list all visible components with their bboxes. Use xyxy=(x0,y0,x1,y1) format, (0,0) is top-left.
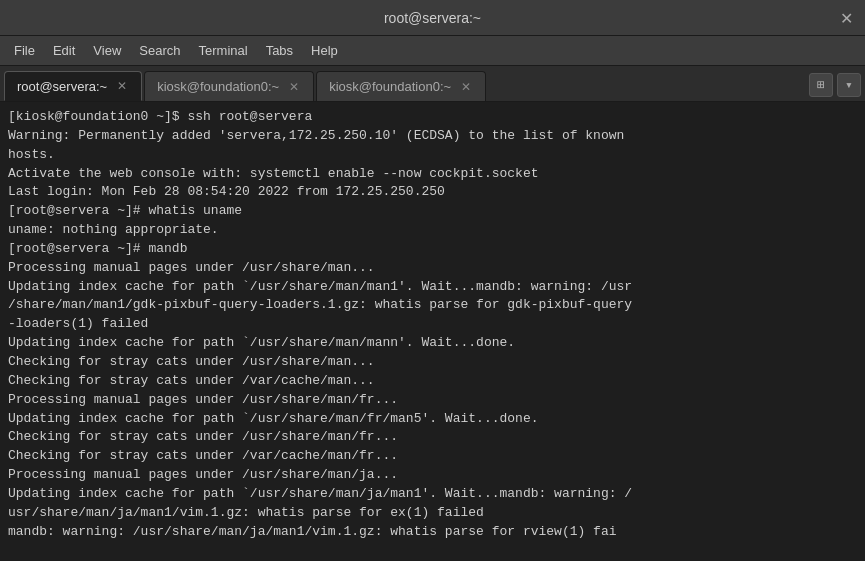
tab-label-0: root@servera:~ xyxy=(17,79,107,94)
close-button[interactable]: ✕ xyxy=(840,8,853,27)
tab-dropdown-button[interactable]: ▾ xyxy=(837,73,861,97)
new-tab-button[interactable]: ⊞ xyxy=(809,73,833,97)
menubar-item-help[interactable]: Help xyxy=(303,40,346,61)
terminal-output: [kiosk@foundation0 ~]$ ssh root@serveraW… xyxy=(0,102,865,561)
terminal-line: usr/share/man/ja/man1/vim.1.gz: whatis p… xyxy=(8,504,857,523)
terminal-line: Checking for stray cats under /var/cache… xyxy=(8,372,857,391)
terminal-line: mandb: warning: /usr/share/man/ja/man1/v… xyxy=(8,523,857,542)
terminal-line: Updating index cache for path `/usr/shar… xyxy=(8,485,857,504)
terminal-line: Updating index cache for path `/usr/shar… xyxy=(8,410,857,429)
menubar-item-tabs[interactable]: Tabs xyxy=(258,40,301,61)
menubar: FileEditViewSearchTerminalTabsHelp xyxy=(0,36,865,66)
tab-label-2: kiosk@foundation0:~ xyxy=(329,79,451,94)
tab-2[interactable]: kiosk@foundation0:~✕ xyxy=(316,71,486,101)
terminal-line: hosts. xyxy=(8,146,857,165)
menubar-item-search[interactable]: Search xyxy=(131,40,188,61)
terminal-line: Activate the web console with: systemctl… xyxy=(8,165,857,184)
terminal-line: Updating index cache for path `/usr/shar… xyxy=(8,334,857,353)
tab-close-0[interactable]: ✕ xyxy=(115,79,129,93)
tab-actions: ⊞▾ xyxy=(809,73,861,101)
tab-label-1: kiosk@foundation0:~ xyxy=(157,79,279,94)
terminal-line: [root@servera ~]# mandb xyxy=(8,240,857,259)
terminal-line: Last login: Mon Feb 28 08:54:20 2022 fro… xyxy=(8,183,857,202)
menubar-item-terminal[interactable]: Terminal xyxy=(191,40,256,61)
terminal-line: Processing manual pages under /usr/share… xyxy=(8,466,857,485)
tab-close-1[interactable]: ✕ xyxy=(287,80,301,94)
tabbar: root@servera:~✕kiosk@foundation0:~✕kiosk… xyxy=(0,66,865,102)
terminal-line: -loaders(1) failed xyxy=(8,315,857,334)
terminal-line: [kiosk@foundation0 ~]$ ssh root@servera xyxy=(8,108,857,127)
menubar-item-view[interactable]: View xyxy=(85,40,129,61)
terminal-line: Processing manual pages under /usr/share… xyxy=(8,391,857,410)
terminal-line: Checking for stray cats under /var/cache… xyxy=(8,447,857,466)
terminal-line: Updating index cache for path `/usr/shar… xyxy=(8,278,857,297)
menubar-item-file[interactable]: File xyxy=(6,40,43,61)
terminal-line: Checking for stray cats under /usr/share… xyxy=(8,428,857,447)
terminal-line: Checking for stray cats under /usr/share… xyxy=(8,353,857,372)
terminal-line: uname: nothing appropriate. xyxy=(8,221,857,240)
tab-1[interactable]: kiosk@foundation0:~✕ xyxy=(144,71,314,101)
tab-close-2[interactable]: ✕ xyxy=(459,80,473,94)
menubar-item-edit[interactable]: Edit xyxy=(45,40,83,61)
terminal-line: Warning: Permanently added 'servera,172.… xyxy=(8,127,857,146)
terminal-line: /share/man/man1/gdk-pixbuf-query-loaders… xyxy=(8,296,857,315)
tab-0[interactable]: root@servera:~✕ xyxy=(4,71,142,101)
terminal-line: Processing manual pages under /usr/share… xyxy=(8,259,857,278)
titlebar-title: root@servera:~ xyxy=(384,10,481,26)
titlebar: root@servera:~ ✕ xyxy=(0,0,865,36)
terminal-line: [root@servera ~]# whatis uname xyxy=(8,202,857,221)
